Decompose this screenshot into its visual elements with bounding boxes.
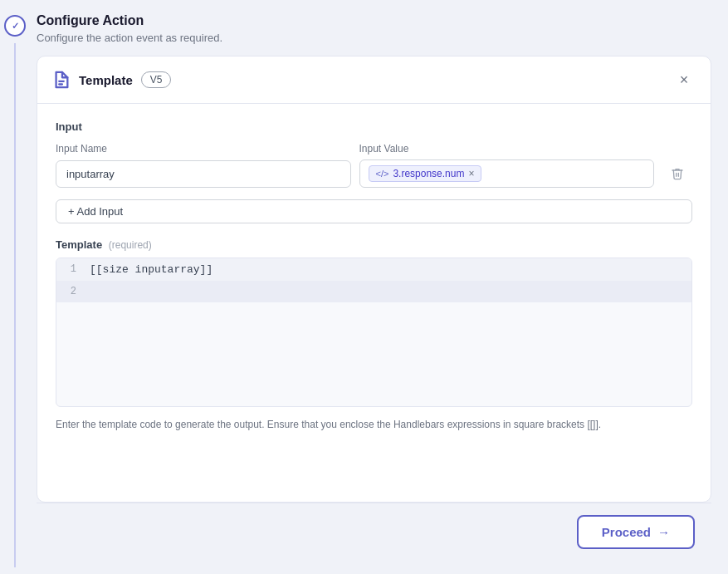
column-headers: Input Name Input Value <box>56 143 692 159</box>
template-section-label: Template (required) <box>56 238 692 251</box>
template-icon <box>52 71 71 89</box>
code-icon: </> <box>376 169 389 179</box>
step-indicator: ✓ <box>0 0 30 574</box>
page-subtitle: Configure the action event as required. <box>37 32 711 44</box>
card-body: Input Input Name Input Value </> 3.respo… <box>37 104 711 502</box>
line-content-2 <box>83 281 691 291</box>
code-line-1: 1 [[size inputarray]] <box>56 258 691 281</box>
col-value-label: Input Value <box>359 143 655 155</box>
step-icon: ✓ <box>12 21 19 32</box>
add-input-button[interactable]: + Add Input <box>56 199 692 223</box>
line-num-1: 1 <box>56 258 83 280</box>
main-content: Configure Action Configure the action ev… <box>30 0 728 574</box>
value-tag: </> 3.response.num × <box>369 165 482 182</box>
template-required: (required) <box>109 239 152 251</box>
value-field-wrapper: </> 3.response.num × <box>359 159 655 188</box>
delete-input-button[interactable] <box>662 167 692 180</box>
step-circle: ✓ <box>4 15 26 37</box>
version-badge: V5 <box>141 71 172 88</box>
line-num-2: 2 <box>56 281 83 302</box>
proceed-button[interactable]: Proceed → <box>577 515 695 549</box>
hint-text: Enter the template code to generate the … <box>56 417 692 433</box>
input-section-label: Input <box>56 120 692 133</box>
step-connector <box>14 43 16 567</box>
card-title: Template <box>79 73 133 87</box>
tag-close-button[interactable]: × <box>468 169 474 179</box>
col-name-label: Input Name <box>56 143 351 155</box>
input-row: </> 3.response.num × <box>56 159 692 188</box>
input-name-field[interactable] <box>56 160 351 188</box>
template-card: Template V5 × Input Input Name Input Val… <box>37 56 711 503</box>
tag-text: 3.response.num <box>393 168 464 179</box>
page-title: Configure Action <box>37 13 711 28</box>
code-line-2: 2 <box>56 281 691 302</box>
card-header: Template V5 × <box>37 56 711 104</box>
card-header-left: Template V5 <box>52 71 171 89</box>
code-editor[interactable]: 1 [[size inputarray]] 2 <box>56 258 692 407</box>
footer: Proceed → <box>37 503 711 561</box>
proceed-label: Proceed <box>602 525 651 539</box>
close-button[interactable]: × <box>672 68 696 91</box>
line-content-1: [[size inputarray]] <box>83 258 691 281</box>
proceed-arrow: → <box>657 525 670 539</box>
